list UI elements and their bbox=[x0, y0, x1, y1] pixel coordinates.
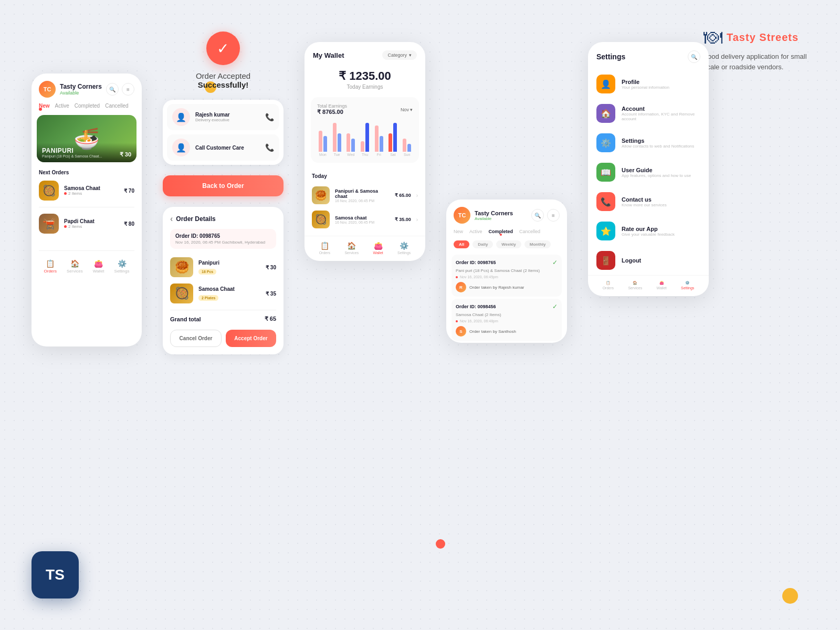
exec-avatar: 👤 bbox=[172, 108, 190, 126]
completed-shop: TC Tasty Corners Available bbox=[454, 207, 513, 224]
earnings-amount: ₹ 1235.00 bbox=[313, 69, 417, 83]
ctab-completed[interactable]: Completed bbox=[489, 229, 513, 234]
settings-nav-services[interactable]: 🏠 Services bbox=[628, 281, 642, 290]
taken-text-1: Order taken by Rajesh kumar bbox=[469, 285, 524, 290]
banner-price: ₹ 30 bbox=[120, 151, 131, 158]
item-price-1: ₹ 70 bbox=[124, 188, 134, 194]
nav-wallet[interactable]: 👛 Wallet bbox=[93, 259, 104, 274]
exec-name: Rajesh kumar bbox=[195, 112, 260, 118]
filter-monthly[interactable]: Monthly bbox=[524, 240, 551, 248]
bar-thu: Thu bbox=[359, 120, 371, 156]
settings-sub: Allow contacts to web and Notifications bbox=[622, 144, 700, 149]
action-buttons: Cancel Order Accept Order bbox=[170, 330, 276, 347]
item-img-2: 🫕 bbox=[39, 214, 59, 234]
settings-profile[interactable]: 👤 Profile Your personal information bbox=[588, 69, 709, 99]
filter-all[interactable]: All bbox=[454, 240, 469, 248]
care-info: Call Customer Care bbox=[195, 145, 260, 151]
transaction-1[interactable]: 🥮 Panipuri & Samosa chaat 16 Nov, 2020, … bbox=[312, 183, 418, 207]
bar-sat: Sat bbox=[387, 120, 399, 156]
accept-order-button[interactable]: Accept Order bbox=[226, 330, 276, 347]
banner-subtitle: Panipuri (18 Pcs) & Samosa Chaat... bbox=[42, 154, 102, 158]
settings-account[interactable]: 🏠 Account Account information, KYC and R… bbox=[588, 99, 709, 128]
settings-contact[interactable]: 📞 Contact us Know more our services bbox=[588, 187, 709, 216]
tab-active-orders[interactable]: Active bbox=[55, 103, 69, 109]
settings-logout[interactable]: 🚪 Logout bbox=[588, 246, 709, 275]
settings-settings[interactable]: ⚙️ Settings Allow contacts to web and No… bbox=[588, 128, 709, 158]
nav-orders[interactable]: 📋 Orders bbox=[44, 259, 57, 274]
contact-name: Contact us bbox=[622, 196, 700, 203]
food-row-panipuri[interactable]: 🥮 Panipuri 18 Pcs ₹ 30 bbox=[170, 254, 276, 280]
shop-avatar: TC bbox=[39, 81, 56, 98]
wallet-nav-wallet[interactable]: 👛 Wallet bbox=[373, 242, 383, 255]
bar-wed: Wed bbox=[345, 120, 356, 156]
settings-userguide[interactable]: 📖 User Guide App features, options and h… bbox=[588, 158, 709, 187]
contact-executive[interactable]: 👤 Rajesh kumar Delivery executive 📞 bbox=[167, 104, 279, 130]
wallet-nav-settings[interactable]: ⚙️ Settings bbox=[397, 242, 411, 255]
completed-filter-icon[interactable]: ≡ bbox=[547, 209, 560, 222]
userguide-sub: App features, options and how to use bbox=[622, 173, 700, 178]
checkmark-icon: ✓ bbox=[217, 40, 229, 57]
rate-icon: ⭐ bbox=[596, 222, 615, 240]
chart-total: ₹ 8765.00 bbox=[317, 109, 347, 116]
care-phone-icon[interactable]: 📞 bbox=[265, 143, 274, 152]
settings-rate[interactable]: ⭐ Rate our App Give your valuable feedba… bbox=[588, 216, 709, 246]
completed-order-1[interactable]: Order ID: 0098765 ✓ Pani puri (18 Pcs) &… bbox=[452, 255, 562, 297]
food-img-panipuri: 🥮 bbox=[170, 257, 193, 277]
bar-fri: Fri bbox=[373, 120, 385, 156]
wallet-nav-services[interactable]: 🏠 Services bbox=[344, 242, 359, 255]
search-icon[interactable]: 🔍 bbox=[106, 83, 119, 96]
order-desc-1: Pani puri (18 Pcs) & Samosa Chaat (2 Ite… bbox=[456, 268, 558, 273]
order-id: Order ID: 0098765 bbox=[175, 233, 271, 239]
filter-weekly[interactable]: Weekly bbox=[496, 240, 521, 248]
settings-nav-wallet[interactable]: 👛 Wallet bbox=[657, 281, 667, 290]
divider-1 bbox=[39, 207, 134, 207]
orders-header: TC Tasty Corners Available 🔍 ≡ bbox=[32, 74, 142, 100]
settings-name: Settings bbox=[622, 138, 700, 144]
cancel-order-button[interactable]: Cancel Order bbox=[170, 330, 222, 347]
order-taken-2: S Order taken by Santhosh bbox=[456, 326, 558, 337]
tab-new[interactable]: New bbox=[39, 103, 50, 109]
bar-sun: Sun bbox=[401, 120, 413, 156]
tab-completed[interactable]: Completed bbox=[75, 103, 100, 109]
settings-nav-orders[interactable]: 📋 Orders bbox=[603, 281, 614, 290]
exec-phone-icon[interactable]: 📞 bbox=[265, 113, 274, 121]
back-to-order-button[interactable]: Back to Order bbox=[163, 175, 284, 196]
settings-bottom-nav: 📋 Orders 🏠 Services 👛 Wallet ⚙️ Settings bbox=[588, 275, 709, 296]
header-icons: 🔍 ≡ bbox=[106, 83, 134, 96]
category-button[interactable]: Category ▾ bbox=[382, 50, 417, 60]
chart-area: Total Earnings ₹ 8765.00 Nov ▾ Mon bbox=[311, 97, 419, 163]
food-banner: 🍜 PANIPURI Panipuri (18 Pcs) & Samosa Ch… bbox=[37, 115, 136, 162]
settings-search-icon[interactable]: 🔍 bbox=[688, 50, 700, 63]
completed-order-2[interactable]: Order ID: 0098456 ✓ Samosa Chaat (2 Item… bbox=[452, 299, 562, 341]
grand-total-row: Grand total ₹ 65 bbox=[170, 310, 276, 326]
order-item-2[interactable]: 🫕 Papdi Chaat 2 Items ₹ 80 bbox=[32, 211, 142, 237]
completed-search-icon[interactable]: 🔍 bbox=[531, 209, 544, 222]
settings-title: Settings bbox=[596, 52, 625, 61]
nav-settings[interactable]: ⚙️ Settings bbox=[114, 259, 130, 274]
userguide-icon: 📖 bbox=[596, 163, 615, 182]
order-tabs: New Active Completed Cancelled bbox=[32, 100, 142, 112]
month-select[interactable]: Nov ▾ bbox=[401, 103, 413, 116]
chevron-right-1: › bbox=[416, 193, 418, 198]
order-item-1[interactable]: 🥘 Samosa Chaat 2 Items ₹ 70 bbox=[32, 177, 142, 204]
trans-name-1: Panipuri & Samosa chaat bbox=[335, 188, 390, 199]
ctab-new[interactable]: New bbox=[454, 229, 463, 234]
item-name-1: Samosa Chaat bbox=[64, 185, 119, 191]
tab-cancelled[interactable]: Cancelled bbox=[105, 103, 128, 109]
nav-services[interactable]: 🏠 Services bbox=[67, 259, 83, 274]
wallet-nav-orders[interactable]: 📋 Orders bbox=[319, 242, 330, 255]
chart-info: Total Earnings ₹ 8765.00 bbox=[317, 103, 347, 116]
ctab-cancelled[interactable]: Cancelled bbox=[519, 229, 540, 234]
settings-nav-settings[interactable]: ⚙️ Settings bbox=[681, 281, 694, 290]
transaction-2[interactable]: 🥘 Samosa chaat 16 Nov, 2020, 06:45 PM ₹ … bbox=[312, 207, 418, 232]
item-qty-1: 2 Items bbox=[64, 191, 119, 196]
contact-care[interactable]: 👤 Call Customer Care 📞 bbox=[167, 134, 279, 161]
filter-icon[interactable]: ≡ bbox=[122, 83, 134, 96]
item-qty-2: 2 Items bbox=[64, 224, 119, 229]
ctab-active[interactable]: Active bbox=[469, 229, 482, 234]
grand-total-label: Grand total bbox=[170, 316, 201, 322]
food-row-samosa[interactable]: 🥘 Samosa Chaat 2 Plates ₹ 35 bbox=[170, 280, 276, 307]
filter-daily[interactable]: Daily bbox=[472, 240, 493, 248]
item-info-1: Samosa Chaat 2 Items bbox=[64, 185, 119, 196]
trans-img-1: 🥮 bbox=[312, 186, 330, 204]
